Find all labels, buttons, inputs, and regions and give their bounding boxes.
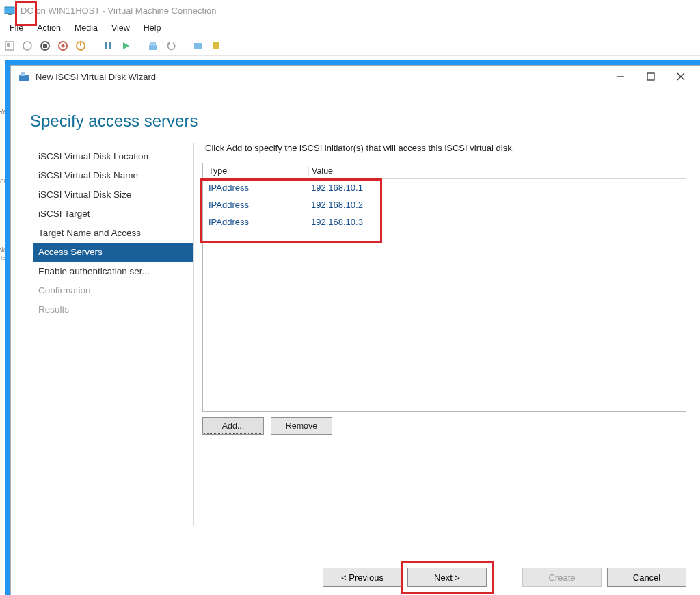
- svg-rect-18: [213, 42, 219, 49]
- nav-step-results: Results: [33, 300, 193, 319]
- svg-rect-3: [7, 43, 10, 47]
- vm-menu-bar[interactable]: File Action Media View Help: [0, 21, 700, 36]
- svg-marker-13: [123, 42, 129, 49]
- close-button[interactable]: [666, 66, 696, 88]
- nav-step-target[interactable]: iSCSI Target: [33, 204, 193, 224]
- ctrl-alt-del-icon[interactable]: [3, 39, 16, 53]
- table-row[interactable]: IPAddress 192.168.10.1: [203, 179, 686, 196]
- nav-step-location[interactable]: iSCSI Virtual Disk Location: [33, 147, 193, 166]
- table-header: Type Value: [203, 163, 686, 179]
- vm-window-title: DC on WIN11HOST - Virtual Machine Connec…: [21, 5, 216, 16]
- svg-rect-6: [43, 44, 47, 48]
- pause-icon[interactable]: [101, 39, 115, 53]
- svg-rect-12: [109, 42, 111, 49]
- vm-client-area: New iSCSI Virtual Disk Wizard Specify ac…: [5, 60, 700, 595]
- svg-rect-11: [105, 42, 107, 49]
- shutdown-icon[interactable]: [56, 39, 70, 53]
- vm-title-bar: DC on WIN11HOST - Virtual Machine Connec…: [0, 0, 700, 21]
- initiators-table[interactable]: Type Value IPAddress 192.168.10.1 IPAddr…: [202, 163, 686, 412]
- nav-step-confirm: Confirmation: [33, 281, 193, 300]
- svg-rect-17: [194, 43, 202, 49]
- svg-rect-22: [647, 73, 654, 80]
- server-manager-icon: [18, 70, 30, 83]
- table-row[interactable]: IPAddress 192.168.10.2: [203, 196, 686, 213]
- share-icon[interactable]: [209, 39, 223, 53]
- cancel-button[interactable]: Cancel: [607, 568, 686, 587]
- minimize-button[interactable]: [606, 66, 636, 88]
- next-button[interactable]: Next >: [407, 568, 487, 587]
- enhanced-icon[interactable]: [191, 39, 205, 53]
- nav-step-size[interactable]: iSCSI Virtual Disk Size: [33, 185, 193, 204]
- svg-point-4: [23, 42, 31, 50]
- nav-step-name[interactable]: iSCSI Virtual Disk Name: [33, 166, 193, 185]
- nav-step-auth[interactable]: Enable authentication ser...: [33, 262, 193, 281]
- reset-icon[interactable]: [119, 39, 133, 53]
- start-icon[interactable]: [21, 39, 34, 53]
- hyperv-icon: [4, 5, 15, 16]
- svg-rect-14: [149, 45, 157, 50]
- svg-rect-1: [8, 14, 12, 15]
- svg-rect-19: [19, 75, 29, 81]
- table-row[interactable]: IPAddress 192.168.10.3: [203, 213, 686, 230]
- maximize-button[interactable]: [636, 66, 666, 88]
- previous-button[interactable]: < Previous: [323, 568, 402, 587]
- wizard-title-bar: New iSCSI Virtual Disk Wizard: [11, 66, 700, 88]
- revert-icon[interactable]: [164, 39, 178, 53]
- wizard-window-title: New iSCSI Virtual Disk Wizard: [36, 72, 156, 82]
- wizard-instruction: Click Add to specify the iSCSI initiator…: [205, 143, 686, 153]
- checkpoint-icon[interactable]: [146, 39, 160, 53]
- wizard-window: New iSCSI Virtual Disk Wizard Specify ac…: [11, 66, 700, 595]
- nav-step-access[interactable]: Access Servers: [33, 243, 193, 262]
- annotation-box-titlebar: [15, 1, 37, 26]
- wizard-footer: < Previous Next > Create Cancel: [323, 568, 686, 587]
- svg-rect-20: [21, 72, 25, 76]
- svg-rect-15: [150, 42, 156, 46]
- save-icon[interactable]: [74, 39, 88, 53]
- turnoff-icon[interactable]: [38, 39, 52, 53]
- svg-rect-0: [5, 7, 14, 14]
- add-button[interactable]: Add...: [202, 417, 264, 435]
- wizard-heading: Specify access servers: [11, 88, 700, 143]
- vm-toolbar: [0, 36, 700, 56]
- col-header-type[interactable]: Type: [203, 166, 309, 176]
- nav-step-targetname[interactable]: Target Name and Access: [33, 224, 193, 243]
- create-button: Create: [522, 568, 602, 587]
- menu-media[interactable]: Media: [68, 23, 105, 33]
- remove-button[interactable]: Remove: [271, 417, 332, 435]
- wizard-step-nav: iSCSI Virtual Disk Location iSCSI Virtua…: [11, 143, 193, 546]
- col-header-value[interactable]: Value: [309, 166, 686, 176]
- desktop-left-strip: ReoiNeha: [0, 60, 5, 595]
- menu-help[interactable]: Help: [137, 23, 168, 33]
- svg-point-8: [62, 44, 65, 48]
- menu-view[interactable]: View: [105, 23, 137, 33]
